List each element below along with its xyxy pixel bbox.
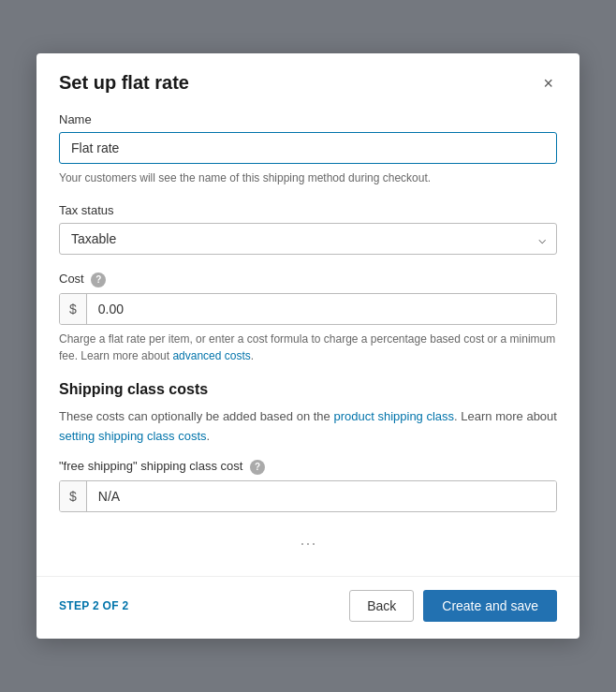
cost-hint: Charge a flat rate per item, or enter a …	[59, 331, 557, 364]
cost-label-text: Cost	[59, 272, 84, 286]
cost-field-group: Cost ? $ Charge a flat rate per item, or…	[59, 272, 557, 364]
setting-shipping-class-costs-link[interactable]: setting shipping class costs	[59, 429, 207, 443]
free-shipping-help-icon[interactable]: ?	[250, 460, 265, 475]
cost-hint-after: .	[251, 349, 254, 362]
free-shipping-input[interactable]	[87, 481, 556, 511]
name-hint: Your customers will see the name of this…	[59, 169, 557, 186]
tax-status-select-wrapper: Taxable None ⌵	[59, 223, 557, 255]
free-shipping-label: "free shipping" shipping class cost ?	[59, 459, 557, 475]
setup-flat-rate-modal: Set up flat rate × Name Your customers w…	[37, 53, 579, 639]
footer-actions: Back Create and save	[349, 590, 557, 622]
cost-input-wrapper: $	[59, 293, 557, 325]
cost-input[interactable]	[87, 294, 556, 324]
free-shipping-field-group: "free shipping" shipping class cost ? $	[59, 459, 557, 512]
cost-prefix: $	[60, 294, 87, 324]
cost-hint-text: Charge a flat rate per item, or enter a …	[59, 332, 555, 362]
modal-body: Name Your customers will see the name of…	[37, 105, 579, 576]
tax-status-select[interactable]: Taxable None	[59, 223, 557, 255]
tax-status-label: Tax status	[59, 203, 557, 217]
shipping-class-description: These costs can optionally be added base…	[59, 407, 557, 447]
free-shipping-prefix: $	[60, 481, 87, 511]
description-after: .	[207, 429, 211, 443]
product-shipping-class-link[interactable]: product shipping class	[333, 409, 454, 423]
free-shipping-label-text: "free shipping" shipping class cost	[59, 459, 242, 473]
name-label: Name	[59, 112, 557, 126]
close-button[interactable]: ×	[539, 73, 557, 94]
cost-label: Cost ?	[59, 272, 557, 287]
scroll-indicator: ⋯	[59, 529, 557, 561]
shipping-class-title: Shipping class costs	[59, 381, 557, 398]
description-middle: . Learn more about	[454, 409, 557, 423]
name-input[interactable]	[59, 132, 557, 164]
back-button[interactable]: Back	[349, 590, 414, 622]
cost-help-icon[interactable]: ?	[91, 272, 106, 287]
description-before: These costs can optionally be added base…	[59, 409, 330, 423]
modal-header: Set up flat rate ×	[37, 53, 579, 105]
tax-status-field-group: Tax status Taxable None ⌵	[59, 203, 557, 255]
step-label: STEP 2 OF 2	[59, 599, 128, 612]
name-field-group: Name Your customers will see the name of…	[59, 112, 557, 186]
advanced-costs-link[interactable]: advanced costs	[172, 349, 250, 362]
shipping-class-section: Shipping class costs These costs can opt…	[59, 381, 557, 512]
modal-title: Set up flat rate	[59, 72, 189, 94]
create-and-save-button[interactable]: Create and save	[423, 590, 557, 622]
free-shipping-input-wrapper: $	[59, 480, 557, 512]
modal-footer: STEP 2 OF 2 Back Create and save	[37, 576, 579, 639]
